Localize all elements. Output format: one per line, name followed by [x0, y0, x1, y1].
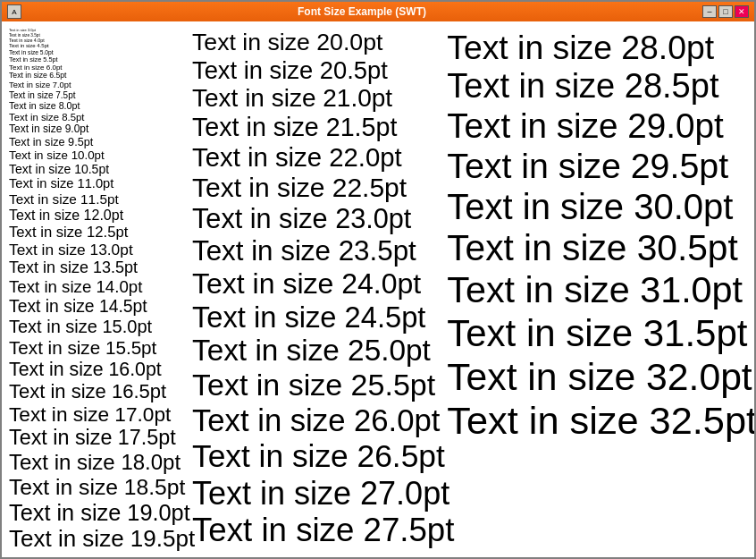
maximize-button[interactable]: □ — [718, 5, 733, 18]
text-item: Text in size 31.5pt — [447, 312, 740, 355]
minimize-button[interactable]: – — [702, 5, 717, 18]
text-item: Text in size 25.5pt — [192, 368, 440, 402]
text-item: Text in size 24.5pt — [192, 301, 440, 335]
text-item: Text in size 21.0pt — [192, 84, 440, 113]
text-item: Text in size 26.5pt — [192, 438, 440, 475]
text-item: Text in size 9.0pt — [9, 123, 185, 136]
text-item: Text in size 31.0pt — [447, 269, 740, 312]
text-item: Text in size 8.0pt — [9, 100, 185, 111]
content-area: Text in size 3.0ptText in size 3.5ptText… — [2, 21, 754, 557]
text-item: Text in size 21.5pt — [192, 113, 440, 142]
medium-column: Text in size 20.0ptText in size 20.5ptTe… — [192, 29, 447, 550]
text-item: Text in size 27.0pt — [192, 475, 440, 512]
title-bar-controls: – □ ✕ — [702, 5, 749, 18]
text-item: Text in size 7.0pt — [9, 80, 185, 90]
text-item: Text in size 4.5pt — [9, 43, 185, 49]
text-item: Text in size 20.5pt — [192, 56, 440, 84]
text-item: Text in size 22.5pt — [192, 173, 440, 204]
text-item: Text in size 30.0pt — [447, 186, 740, 227]
text-item: Text in size 7.5pt — [9, 90, 185, 101]
text-item: Text in size 11.0pt — [9, 176, 185, 191]
text-item: Text in size 27.5pt — [192, 512, 440, 549]
text-item: Text in size 19.5pt — [9, 526, 185, 553]
text-item: Text in size 9.5pt — [9, 136, 185, 149]
text-item: Text in size 14.5pt — [9, 297, 185, 317]
text-item: Text in size 13.5pt — [9, 258, 185, 277]
text-item: Text in size 10.0pt — [9, 148, 185, 162]
text-item: Text in size 8.5pt — [9, 112, 185, 123]
small-column: Text in size 3.0ptText in size 3.5ptText… — [9, 29, 192, 550]
text-item: Text in size 17.0pt — [9, 402, 185, 426]
text-item: Text in size 28.0pt — [447, 29, 740, 67]
text-item: Text in size 26.0pt — [192, 403, 440, 439]
close-button[interactable]: ✕ — [735, 5, 749, 18]
text-item: Text in size 16.0pt — [9, 359, 185, 381]
text-item: Text in size 23.0pt — [192, 203, 440, 234]
large-column: Text in size 28.0ptText in size 28.5ptTe… — [447, 29, 747, 550]
text-item: Text in size 6.5pt — [9, 72, 185, 80]
text-item: Text in size 16.5pt — [9, 380, 185, 402]
text-item: Text in size 11.5pt — [9, 191, 185, 208]
text-item: Text in size 23.5pt — [192, 235, 440, 267]
text-item: Text in size 30.5pt — [447, 227, 740, 269]
text-item: Text in size 5.5pt — [9, 56, 185, 64]
text-item: Text in size 12.0pt — [9, 208, 185, 224]
text-item: Text in size 10.5pt — [9, 162, 185, 176]
text-item: Text in size 28.5pt — [447, 67, 740, 106]
window-icon: A — [7, 4, 21, 19]
text-item: Text in size 29.5pt — [447, 146, 740, 186]
text-item: Text in size 25.0pt — [192, 334, 440, 368]
text-item: Text in size 32.0pt — [447, 355, 740, 399]
text-item: Text in size 29.0pt — [447, 106, 740, 146]
text-item: Text in size 18.0pt — [9, 450, 185, 475]
text-item: Text in size 19.0pt — [9, 500, 185, 526]
text-item: Text in size 13.0pt — [9, 241, 185, 259]
text-item: Text in size 24.0pt — [192, 267, 440, 301]
text-item: Text in size 22.0pt — [192, 142, 440, 173]
main-window: A Font Size Example (SWT) – □ ✕ Text in … — [0, 0, 756, 559]
text-item: Text in size 12.5pt — [9, 224, 185, 241]
text-item: Text in size 15.5pt — [9, 337, 185, 359]
text-item: Text in size 17.5pt — [9, 426, 185, 450]
title-bar: A Font Size Example (SWT) – □ ✕ — [2, 2, 754, 21]
text-item: Text in size 20.0pt — [192, 29, 440, 56]
title-bar-text: Font Size Example (SWT) — [21, 5, 702, 18]
text-item: Text in size 15.0pt — [9, 317, 185, 337]
text-item: Text in size 18.5pt — [9, 475, 185, 500]
text-item: Text in size 14.0pt — [9, 277, 185, 296]
text-item: Text in size 32.5pt — [447, 399, 740, 444]
